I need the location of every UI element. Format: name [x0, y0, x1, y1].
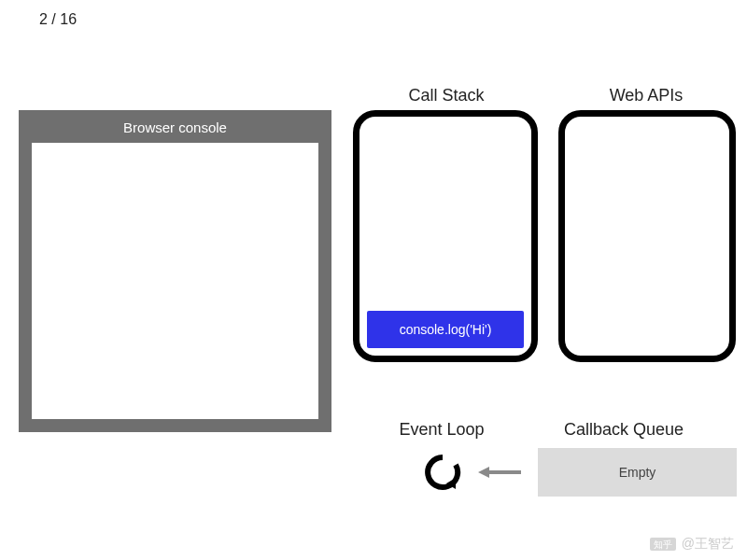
callback-queue-status: Empty: [619, 465, 656, 480]
browser-console-title: Browser console: [19, 110, 331, 143]
call-stack-box: console.log('Hi'): [353, 110, 538, 362]
event-loop-label: Event Loop: [390, 420, 493, 440]
zhihu-logo-icon: 知乎: [650, 538, 676, 551]
event-loop-circular-arrow-icon: [424, 454, 461, 491]
web-apis-box: [558, 110, 736, 362]
svg-text:知乎: 知乎: [654, 539, 672, 550]
browser-console-body: [32, 143, 318, 419]
page-counter: 2 / 16: [39, 11, 77, 28]
web-apis-label: Web APIs: [599, 86, 693, 105]
browser-console-panel: Browser console: [19, 110, 331, 432]
svg-marker-2: [478, 467, 489, 478]
watermark: 知乎 @王智艺: [650, 536, 734, 553]
call-stack-frame: console.log('Hi'): [367, 311, 524, 348]
watermark-user: @王智艺: [682, 536, 734, 553]
arrow-left-icon: [476, 463, 523, 482]
callback-queue-label: Callback Queue: [549, 420, 698, 440]
call-stack-label: Call Stack: [400, 86, 493, 105]
callback-queue-box: Empty: [538, 448, 737, 497]
